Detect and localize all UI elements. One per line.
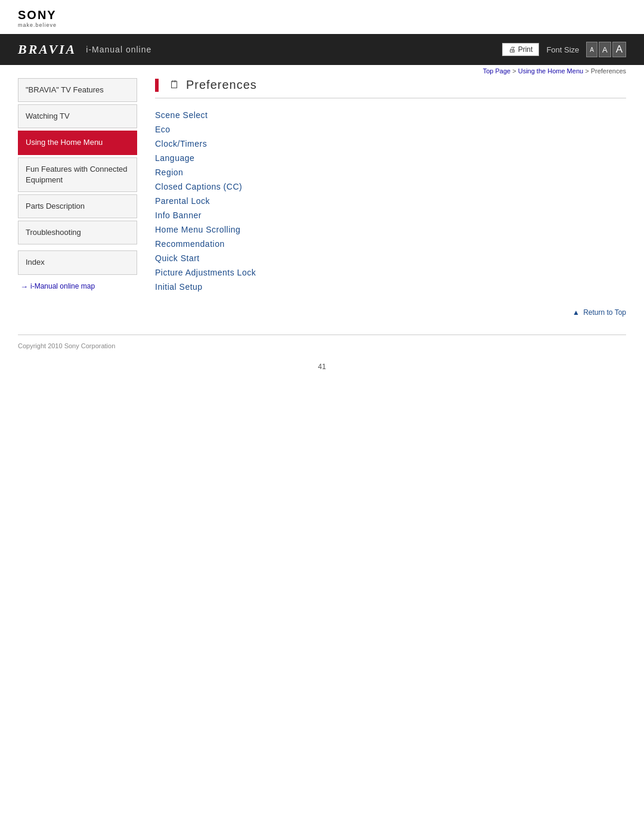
bravia-logo-text: BRAVIA <box>18 42 76 57</box>
sidebar-item-watching-tv[interactable]: Watching TV <box>18 104 137 128</box>
list-item: Closed Captions (CC) <box>155 182 626 191</box>
list-item: Eco <box>155 125 626 134</box>
return-to-top-area: ▲ Return to Top <box>155 296 626 323</box>
red-bar-icon <box>155 79 159 92</box>
list-item: Clock/Timers <box>155 139 626 148</box>
font-size-buttons: A A A <box>586 42 626 57</box>
print-label: Print <box>518 45 533 54</box>
list-item: Parental Lock <box>155 196 626 206</box>
region-link[interactable]: Region <box>155 168 183 177</box>
font-size-large-button[interactable]: A <box>612 42 626 57</box>
return-to-top-label: Return to Top <box>583 308 626 317</box>
recommendation-link[interactable]: Recommendation <box>155 239 225 249</box>
font-size-medium-button[interactable]: A <box>599 42 611 57</box>
list-item: Scene Select <box>155 110 626 120</box>
preferences-links-list: Scene Select Eco Clock/Timers Language R… <box>155 110 626 292</box>
triangle-up-icon: ▲ <box>572 308 580 317</box>
sidebar-item-fun-features[interactable]: Fun Features with Connected Equipment <box>18 157 137 192</box>
sidebar: "BRAVIA" TV Features Watching TV Using t… <box>18 78 137 323</box>
sony-tagline: make.believe <box>18 22 626 28</box>
list-item: Recommendation <box>155 239 626 249</box>
list-item: Region <box>155 168 626 177</box>
eco-link[interactable]: Eco <box>155 125 171 134</box>
preferences-icon: 🗒 <box>169 79 180 91</box>
breadcrumb: Top Page > Using the Home Menu > Prefere… <box>0 65 644 78</box>
clock-timers-link[interactable]: Clock/Timers <box>155 139 207 148</box>
print-icon: 🖨 <box>509 45 516 54</box>
main-layout: "BRAVIA" TV Features Watching TV Using t… <box>0 78 644 335</box>
print-button[interactable]: 🖨 Print <box>502 43 540 56</box>
sidebar-item-parts-description[interactable]: Parts Description <box>18 194 137 218</box>
sony-logo-area: SONY make.believe <box>0 0 644 34</box>
font-size-small-button[interactable]: A <box>586 42 597 57</box>
sidebar-item-troubleshooting[interactable]: Troubleshooting <box>18 221 137 244</box>
sony-logo: SONY <box>18 8 626 22</box>
imanual-map-label: i-Manual online map <box>30 282 95 290</box>
scene-select-link[interactable]: Scene Select <box>155 110 208 120</box>
breadcrumb-current: Preferences <box>591 67 626 75</box>
sidebar-item-using-home-menu[interactable]: Using the Home Menu <box>18 131 137 154</box>
list-item: Quick Start <box>155 253 626 263</box>
breadcrumb-sep1: > <box>512 67 518 75</box>
closed-captions-link[interactable]: Closed Captions (CC) <box>155 182 242 191</box>
list-item: Language <box>155 153 626 163</box>
imanual-map-link[interactable]: → i-Manual online map <box>18 277 137 296</box>
list-item: Home Menu Scrolling <box>155 225 626 234</box>
copyright-text: Copyright 2010 Sony Corporation <box>18 342 115 349</box>
home-menu-scrolling-link[interactable]: Home Menu Scrolling <box>155 225 240 234</box>
arrow-right-icon: → <box>20 282 28 291</box>
language-link[interactable]: Language <box>155 153 194 163</box>
info-banner-link[interactable]: Info Banner <box>155 210 202 220</box>
bravia-logo-area: BRAVIA i-Manual online <box>18 42 151 57</box>
breadcrumb-top-page[interactable]: Top Page <box>483 67 510 75</box>
return-to-top-link[interactable]: ▲ Return to Top <box>572 308 626 317</box>
sidebar-item-bravia-tv-features[interactable]: "BRAVIA" TV Features <box>18 78 137 102</box>
breadcrumb-using-home-menu[interactable]: Using the Home Menu <box>518 67 583 75</box>
picture-adjustments-lock-link[interactable]: Picture Adjustments Lock <box>155 268 256 277</box>
page-title: Preferences <box>186 78 257 92</box>
initial-setup-link[interactable]: Initial Setup <box>155 282 203 292</box>
page-number: 41 <box>0 357 644 383</box>
breadcrumb-sep2: > <box>585 67 590 75</box>
page-title-row: 🗒 Preferences <box>155 78 626 98</box>
content-area: 🗒 Preferences Scene Select Eco Clock/Tim… <box>149 78 626 323</box>
list-item: Info Banner <box>155 210 626 220</box>
footer: Copyright 2010 Sony Corporation <box>0 335 644 357</box>
header-controls: 🖨 Print Font Size A A A <box>502 42 626 57</box>
list-item: Picture Adjustments Lock <box>155 268 626 277</box>
font-size-label: Font Size <box>546 45 579 54</box>
quick-start-link[interactable]: Quick Start <box>155 253 200 263</box>
parental-lock-link[interactable]: Parental Lock <box>155 196 210 206</box>
sidebar-item-index[interactable]: Index <box>18 250 137 274</box>
header-bar: BRAVIA i-Manual online 🖨 Print Font Size… <box>0 34 644 65</box>
list-item: Initial Setup <box>155 282 626 292</box>
imanual-label: i-Manual online <box>86 45 151 54</box>
